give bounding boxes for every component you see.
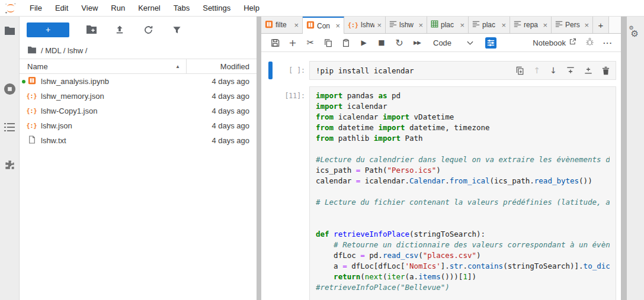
menu-item-kernel[interactable]: Kernel xyxy=(132,0,167,16)
column-header-modified[interactable]: Modified xyxy=(187,62,257,71)
tab-lshw-3[interactable]: lshw× xyxy=(386,17,427,33)
file-row[interactable]: {:}lshw.json4 days ago xyxy=(20,118,257,133)
notebook-file-icon xyxy=(306,21,315,31)
file-modified: 4 days ago xyxy=(187,77,257,86)
menu-item-file[interactable]: File xyxy=(23,0,49,16)
code-line xyxy=(316,218,610,229)
code-line: import pandas as pd xyxy=(316,91,610,101)
code-line xyxy=(316,186,610,197)
tab-label: lshw xyxy=(399,21,416,29)
text-file-icon xyxy=(555,20,563,30)
run-cell-icon[interactable]: ▶ xyxy=(355,38,373,47)
tab-con-1[interactable]: Con× xyxy=(303,17,344,34)
move-cell-up-icon[interactable]: ↑ xyxy=(534,66,541,75)
tab-label: Pers xyxy=(565,21,582,29)
code-line: a = dfLoc[dfLoc['NomIcs'].str.contains(s… xyxy=(316,261,610,272)
tab-pers-7[interactable]: Pers× xyxy=(552,17,593,33)
file-name: lshw_analysis.ipynb xyxy=(41,77,187,86)
close-icon[interactable]: × xyxy=(335,22,340,30)
cell-indicator xyxy=(268,86,273,300)
code-line: # Lecture du fichier contenant la valeur… xyxy=(316,197,610,208)
tab-label: filte xyxy=(275,21,291,29)
file-row[interactable]: {:}lshw-Copy1.json4 days ago xyxy=(20,104,257,118)
code-line xyxy=(316,144,610,154)
close-icon[interactable]: × xyxy=(501,21,506,29)
new-launcher-button[interactable]: + xyxy=(27,22,69,37)
stop-kernel-icon[interactable]: ■ xyxy=(373,38,390,47)
code-line: #retrieveInfoPlace("Bellevue") xyxy=(316,282,610,293)
external-link-icon xyxy=(569,38,576,47)
menu-item-run[interactable]: Run xyxy=(104,0,132,16)
close-icon[interactable]: × xyxy=(294,21,299,29)
close-icon[interactable]: × xyxy=(377,21,382,29)
folder-icon xyxy=(27,46,37,56)
tab-repa-6[interactable]: repa× xyxy=(510,17,552,33)
kernel-mode[interactable]: Notebook xyxy=(533,38,576,47)
tab-bar: filte×Con×{:}lshw×lshw×plac×plac×repa×Pe… xyxy=(261,17,621,34)
tab-plac-5[interactable]: plac× xyxy=(469,17,510,33)
copy-cells-icon[interactable] xyxy=(319,38,337,47)
menu-item-help[interactable]: Help xyxy=(237,0,266,16)
menu-item-settings[interactable]: Settings xyxy=(196,0,237,16)
tab-label: Con xyxy=(317,22,333,30)
add-cell-icon[interactable]: + xyxy=(284,37,302,49)
cut-cells-icon[interactable]: ✂ xyxy=(302,37,319,48)
insert-cell-above-icon[interactable] xyxy=(566,66,575,75)
file-browser-icon[interactable] xyxy=(4,26,15,36)
new-tab-button[interactable]: + xyxy=(593,17,609,33)
cell-prompt: [ ]: xyxy=(273,61,309,80)
file-name: lshw_memory.json xyxy=(41,92,187,101)
sort-caret-icon: ▲ xyxy=(175,64,180,69)
code-line: dfLoc = pd.read_csv("places.csv") xyxy=(316,250,610,261)
file-list: lshw_analysis.ipynb4 days ago{:}lshw_mem… xyxy=(20,74,257,300)
file-name: lshw-Copy1.json xyxy=(41,107,187,115)
new-folder-icon[interactable] xyxy=(85,25,98,34)
restart-kernel-icon[interactable]: ↻ xyxy=(390,37,408,49)
spreadsheet-file-icon xyxy=(431,20,438,30)
close-icon[interactable]: × xyxy=(543,21,547,29)
file-row[interactable]: lshw_analysis.ipynb4 days ago xyxy=(20,74,257,89)
duplicate-cell-icon[interactable] xyxy=(516,66,524,75)
panel-resize-handle-right[interactable] xyxy=(621,17,627,300)
cell-editor[interactable]: !pip install icalendar ↑ ↓ xyxy=(309,61,616,80)
menu-item-view[interactable]: View xyxy=(75,0,104,16)
tab-filte-0[interactable]: filte× xyxy=(261,17,303,33)
close-icon[interactable]: × xyxy=(584,21,589,29)
cell-prompt: [11]: xyxy=(273,86,309,300)
file-list-header: Name ▲ Modified xyxy=(20,59,257,74)
delete-cell-icon[interactable] xyxy=(602,66,610,75)
notebook-toolbar: + ✂ ▶ ■ ↻ ▶▶ Code xyxy=(261,34,621,52)
code-line: from icalendar import vDatetime xyxy=(316,112,610,122)
property-inspector-gears-icon[interactable]: ⚙⚙ xyxy=(629,27,642,40)
menu-item-edit[interactable]: Edit xyxy=(49,0,75,16)
upload-icon[interactable] xyxy=(113,25,126,34)
extension-manager-icon[interactable] xyxy=(4,159,15,170)
code-line: ics_path = Path("Perso.ics") xyxy=(316,165,610,176)
paste-cells-icon[interactable] xyxy=(337,38,355,47)
debugger-bug-icon[interactable] xyxy=(585,37,594,48)
cell-type-dropdown[interactable]: Code xyxy=(433,38,473,47)
refresh-icon[interactable] xyxy=(142,25,155,35)
tab-plac-4[interactable]: plac× xyxy=(427,17,469,33)
move-cell-down-icon[interactable]: ↓ xyxy=(550,66,557,75)
tab-lshw-2[interactable]: {:}lshw× xyxy=(344,17,386,33)
more-commands-icon[interactable]: ··· xyxy=(603,38,613,47)
close-icon[interactable]: × xyxy=(460,21,464,29)
table-of-contents-icon[interactable] xyxy=(4,122,15,132)
file-row[interactable]: {:}lshw_memory.json4 days ago xyxy=(20,89,257,104)
close-icon[interactable]: × xyxy=(418,21,423,29)
file-modified: 4 days ago xyxy=(187,92,257,101)
panel-resize-handle[interactable] xyxy=(257,17,261,300)
toolbar-sliders-icon[interactable] xyxy=(482,37,499,49)
running-kernels-icon[interactable] xyxy=(4,83,16,95)
menu-item-tabs[interactable]: Tabs xyxy=(167,0,196,16)
cell-editor[interactable]: import pandas as pdimport icalendarfrom … xyxy=(309,86,616,300)
column-header-name[interactable]: Name ▲ xyxy=(20,62,186,71)
breadcrumb[interactable]: / MDL / lshw / xyxy=(20,43,257,59)
file-row[interactable]: lshw.txt4 days ago xyxy=(20,133,257,148)
filter-icon[interactable] xyxy=(170,25,183,34)
insert-cell-below-icon[interactable] xyxy=(584,66,592,75)
save-icon[interactable] xyxy=(266,38,284,47)
restart-run-all-icon[interactable]: ▶▶ xyxy=(408,40,426,46)
code-line: # Retourne un dictionnaire des valeurs c… xyxy=(316,240,610,250)
